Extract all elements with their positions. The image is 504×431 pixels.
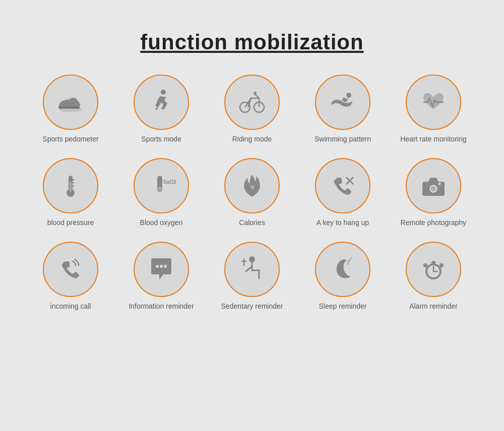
svg-text:z: z <box>351 256 353 260</box>
feature-riding-mode: Riding mode <box>212 75 292 143</box>
sedentary-icon <box>237 254 267 284</box>
svg-rect-1 <box>58 106 80 109</box>
svg-point-22 <box>438 183 441 185</box>
svg-point-7 <box>346 93 351 98</box>
feature-icon-circle <box>134 242 189 297</box>
feature-label: Riding mode <box>232 135 272 143</box>
svg-rect-10 <box>70 182 72 192</box>
feature-label: A key to hang up <box>317 219 369 227</box>
feature-label: Sleep reminder <box>319 302 367 310</box>
page-title: function mobilization <box>140 30 363 54</box>
svg-point-26 <box>249 256 255 262</box>
moon-icon: z z z <box>328 254 358 284</box>
feature-hang-up: A key to hang up <box>302 158 383 227</box>
feature-icon-circle: SaO2 <box>134 158 189 213</box>
svg-point-21 <box>431 186 436 191</box>
heart-icon <box>418 87 449 117</box>
svg-point-23 <box>156 265 159 268</box>
phone-ring-icon <box>55 254 86 284</box>
feature-label: Remote photography <box>401 219 467 227</box>
feature-calories: Calories <box>212 158 292 227</box>
feature-icon-circle <box>43 75 98 130</box>
feature-icon-circle <box>43 242 98 297</box>
feature-info-reminder: Information reminder <box>121 242 202 310</box>
feature-label: Heart rate monitoring <box>400 135 467 143</box>
feature-icon-circle <box>315 75 370 130</box>
svg-point-2 <box>161 90 166 95</box>
svg-point-25 <box>164 265 167 268</box>
feature-label: Information reminder <box>129 302 194 310</box>
chat-icon <box>146 254 176 284</box>
svg-rect-42 <box>431 261 435 263</box>
feature-heart-rate: Heart rate monitoring <box>393 75 474 143</box>
feature-label: Sports mode <box>141 135 181 143</box>
feature-icon-circle <box>406 242 461 297</box>
svg-point-15 <box>158 186 162 191</box>
svg-text:SaO2: SaO2 <box>163 179 176 185</box>
feature-sedentary: Sedentary reminder <box>212 242 292 310</box>
feature-icon-circle <box>43 158 98 213</box>
flame-icon <box>237 171 267 201</box>
swimmer-icon <box>328 87 358 117</box>
svg-point-41 <box>439 263 444 267</box>
feature-icon-circle <box>134 75 189 130</box>
feature-sports-mode: Sports mode <box>121 75 202 143</box>
sao2-icon: SaO2 <box>146 171 176 201</box>
feature-label: blood pressure <box>47 219 94 227</box>
feature-incoming-call: incoming call <box>30 242 111 310</box>
feature-icon-circle: z z z <box>315 242 370 297</box>
feature-label: Sedentary reminder <box>221 302 283 310</box>
thermometer-icon <box>55 171 86 201</box>
svg-line-30 <box>246 266 252 271</box>
feature-blood-oxygen: SaO2 Blood oxygen <box>121 158 202 227</box>
feature-icon-circle <box>315 158 370 213</box>
feature-icon-circle <box>224 158 280 213</box>
camera-icon <box>418 171 449 201</box>
feature-sleep: z z z Sleep reminder <box>302 242 383 310</box>
bike-icon <box>237 87 267 117</box>
shoe-icon <box>55 87 86 117</box>
feature-swimming-pattern: Swimming pattern <box>302 75 383 143</box>
alarm-icon <box>418 254 449 284</box>
feature-sports-pedometer: Sports pedometer <box>30 75 111 143</box>
features-grid: Sports pedometer Sports mode <box>30 75 474 310</box>
feature-icon-circle <box>406 75 461 130</box>
svg-point-6 <box>254 92 257 95</box>
feature-alarm: Alarm reminder <box>393 242 474 310</box>
feature-label: Swimming pattern <box>314 135 371 143</box>
feature-label: Blood oxygen <box>140 219 183 227</box>
feature-label: incoming call <box>50 302 91 310</box>
svg-point-40 <box>423 263 427 267</box>
phone-x-icon <box>328 171 358 201</box>
feature-label: Calories <box>239 219 265 227</box>
feature-icon-circle <box>406 158 461 213</box>
svg-point-24 <box>160 265 163 268</box>
feature-label: Sports pedometer <box>42 135 98 143</box>
feature-blood-pressure: blood pressure <box>30 158 111 227</box>
feature-icon-circle <box>224 242 280 297</box>
feature-remote-photo: Remote photography <box>393 158 474 227</box>
feature-icon-circle <box>224 75 280 130</box>
feature-label: Alarm reminder <box>409 302 458 310</box>
runner-icon <box>146 87 176 117</box>
